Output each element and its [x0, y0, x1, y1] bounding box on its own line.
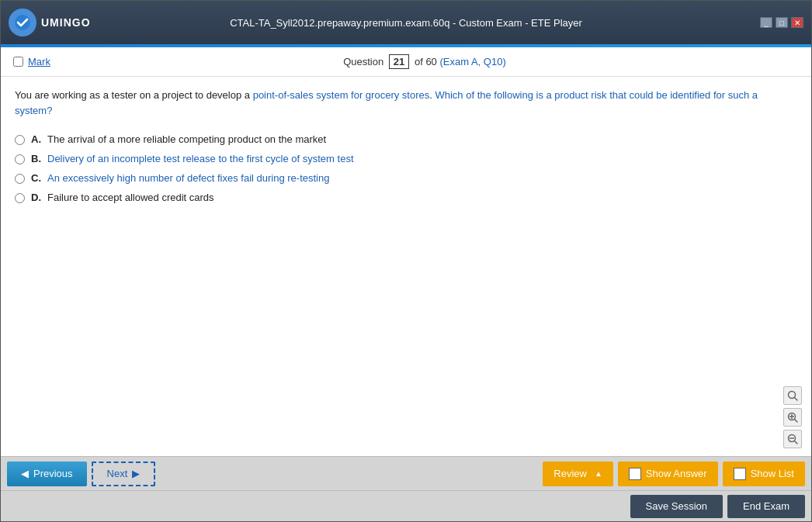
previous-label: Previous: [33, 468, 73, 479]
option-a-label: A.: [31, 133, 41, 145]
svg-line-9: [795, 441, 798, 444]
prev-arrow-icon: ◀: [21, 468, 29, 479]
bottom-toolbar: ◀ Previous Next ▶ Review ▲ Show Answer S…: [1, 456, 811, 490]
show-answer-button[interactable]: Show Answer: [618, 462, 718, 486]
show-list-label: Show List: [751, 468, 794, 479]
zoom-controls: [783, 386, 802, 448]
options-list: A. The arrival of a more reliable compet…: [15, 133, 797, 203]
logo-icon: [9, 9, 36, 36]
next-arrow-icon: ▶: [132, 468, 140, 479]
question-number: 21: [389, 54, 409, 69]
zoom-out-icon[interactable]: [783, 430, 802, 448]
maximize-button[interactable]: □: [776, 17, 788, 28]
minimize-button[interactable]: _: [760, 17, 772, 28]
option-c-radio[interactable]: [15, 174, 25, 184]
review-arrow-icon: ▲: [595, 469, 602, 478]
content-area: You are working as a tester on a project…: [1, 77, 811, 456]
option-d-label: D.: [31, 192, 41, 203]
logo-text: UMINGO: [41, 16, 91, 29]
option-d-text: Failure to accept allowed credit cards: [47, 192, 214, 203]
svg-line-6: [795, 420, 798, 423]
exam-info: (Exam A, Q10): [439, 56, 505, 67]
question-nav: Question 21 of 60 (Exam A, Q10): [343, 54, 506, 69]
mark-label[interactable]: Mark: [28, 56, 50, 67]
bottom-toolbar2: Save Session End Exam: [1, 490, 811, 521]
show-answer-checkbox-icon: [629, 468, 641, 480]
option-c-text: An excessively high number of defect fix…: [47, 172, 329, 184]
review-button[interactable]: Review ▲: [543, 462, 613, 486]
logo: UMINGO: [9, 9, 91, 36]
question-text-highlight1: point-of-sales system for grocery stores: [253, 89, 430, 101]
option-a-text: The arrival of a more reliable competing…: [47, 133, 326, 145]
mark-checkbox-input[interactable]: [13, 57, 23, 67]
next-button[interactable]: Next ▶: [92, 462, 156, 486]
question-text-part1: You are working as a tester on a project…: [15, 89, 253, 101]
option-b-radio[interactable]: [15, 154, 25, 164]
review-label: Review: [553, 468, 587, 479]
question-label: Question: [343, 56, 383, 67]
option-a-row: A. The arrival of a more reliable compet…: [15, 133, 797, 145]
svg-line-2: [795, 398, 798, 401]
option-d-row: D. Failure to accept allowed credit card…: [15, 192, 797, 203]
option-b-text: Delivery of an incomplete test release t…: [47, 153, 354, 164]
zoom-in-icon[interactable]: [783, 408, 802, 427]
show-list-checkbox-icon: [734, 468, 746, 480]
option-c-row: C. An excessively high number of defect …: [15, 172, 797, 184]
option-b-label: B.: [31, 153, 41, 164]
titlebar: UMINGO CTAL-TA_Syll2012.prepaway.premium…: [1, 1, 811, 44]
previous-button[interactable]: ◀ Previous: [7, 462, 87, 486]
question-text: You are working as a tester on a project…: [15, 88, 797, 118]
end-exam-button[interactable]: End Exam: [727, 495, 805, 518]
save-session-button[interactable]: Save Session: [630, 495, 724, 518]
show-answer-label: Show Answer: [646, 468, 707, 479]
window-controls[interactable]: _ □ ✕: [760, 17, 803, 28]
option-a-radio[interactable]: [15, 135, 25, 145]
option-c-label: C.: [31, 172, 41, 184]
option-d-radio[interactable]: [15, 193, 25, 203]
search-icon[interactable]: [783, 386, 802, 405]
of-text: of 60: [415, 56, 437, 67]
window-title: CTAL-TA_Syll2012.prepaway.premium.exam.6…: [230, 17, 582, 29]
question-header: Mark Question 21 of 60 (Exam A, Q10): [1, 47, 811, 77]
next-label: Next: [107, 468, 128, 479]
option-b-row: B. Delivery of an incomplete test releas…: [15, 153, 797, 164]
close-button[interactable]: ✕: [791, 17, 803, 28]
show-list-button[interactable]: Show List: [723, 462, 805, 486]
mark-checkbox[interactable]: Mark: [13, 56, 50, 67]
